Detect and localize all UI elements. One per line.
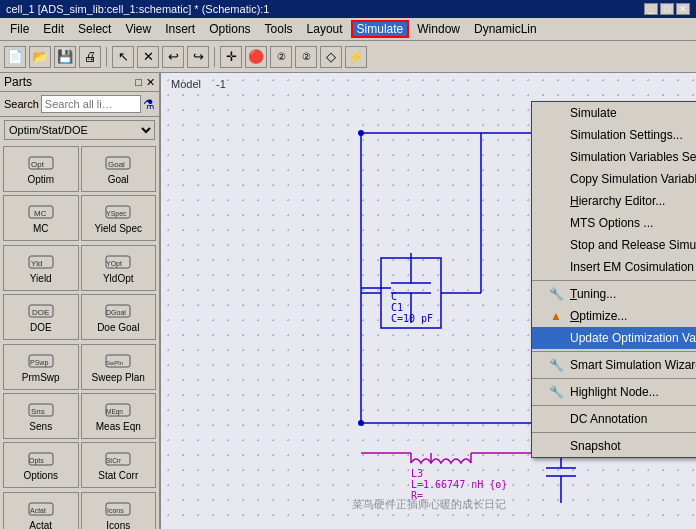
parts-title: Parts <box>4 75 32 89</box>
print-button[interactable]: 🖨 <box>79 46 101 68</box>
tools-menu[interactable]: Tools <box>259 20 299 38</box>
view-menu[interactable]: View <box>119 20 157 38</box>
svg-text:Icons: Icons <box>107 507 124 514</box>
sweep-plan-part[interactable]: SwPln Sweep Plan <box>81 344 157 390</box>
svg-point-58 <box>358 420 364 426</box>
parts-float-button[interactable]: □ <box>135 76 142 89</box>
snapshot-item[interactable]: Snapshot <box>532 435 696 457</box>
mts-options-item[interactable]: MTS Options ... <box>532 212 696 234</box>
copy-sim-vars-item[interactable]: Copy Simulation Variables... <box>532 168 696 190</box>
dynamiclin-menu[interactable]: DynamicLin <box>468 20 543 38</box>
highlight-node-item[interactable]: 🔧 Highlight Node... <box>532 381 696 403</box>
options-icon: Opts <box>27 449 55 469</box>
goal-part[interactable]: Goal Goal <box>81 146 157 192</box>
prmswp-part[interactable]: PSwp PrmSwp <box>3 344 79 390</box>
options-part[interactable]: Opts Options <box>3 442 79 488</box>
edit-menu[interactable]: Edit <box>37 20 70 38</box>
optim-part[interactable]: Opt Optim <box>3 146 79 192</box>
sim-settings-item[interactable]: Simulation Settings... <box>532 124 696 146</box>
sens-part[interactable]: Sns Sens <box>3 393 79 439</box>
optim-icon: Opt <box>27 153 55 173</box>
sim-button[interactable]: ⚡ <box>345 46 367 68</box>
parts-panel: Parts □ ✕ Search ⚗ Optim/Stat/DOE Opt <box>0 73 161 529</box>
optimize-item[interactable]: ▲ Optimize... <box>532 305 696 327</box>
parts-header-controls: □ ✕ <box>135 76 155 89</box>
sim-vars-item[interactable]: Simulation Variables Setup... <box>532 146 696 168</box>
parts-close-button[interactable]: ✕ <box>146 76 155 89</box>
options-menu[interactable]: Options <box>203 20 256 38</box>
port-button[interactable]: ② <box>295 46 317 68</box>
toolbar: 📄 📂 💾 🖨 ↖ ✕ ↩ ↪ ✛ 🔴 ② ② ◇ ⚡ <box>0 41 696 73</box>
meas-eqn-icon: MEqn <box>104 400 132 420</box>
layout-menu[interactable]: Layout <box>301 20 349 38</box>
icons-icon: Icons <box>104 499 132 519</box>
stop-release-item[interactable]: Stop and Release Simulator... <box>532 234 696 256</box>
svg-text:Yld: Yld <box>31 259 43 268</box>
icons-label: Icons <box>106 520 130 529</box>
toolbar-sep-2 <box>214 47 215 67</box>
maximize-button[interactable]: □ <box>660 3 674 15</box>
mc-part[interactable]: MC MC <box>3 195 79 241</box>
actat-label: Actat <box>29 520 52 529</box>
redo-button[interactable]: ↪ <box>187 46 209 68</box>
yldopt-part[interactable]: YOpt YldOpt <box>81 245 157 291</box>
simulate-item[interactable]: Simulate <box>532 102 696 124</box>
stat-corr-label: Stat Corr <box>98 470 138 481</box>
window-menu[interactable]: Window <box>411 20 466 38</box>
delete-button[interactable]: ✕ <box>137 46 159 68</box>
simulate-menu[interactable]: Simulate <box>351 20 410 38</box>
component-button[interactable]: 🔴 <box>245 46 267 68</box>
undo-button[interactable]: ↩ <box>162 46 184 68</box>
svg-text:PSwp: PSwp <box>30 359 48 367</box>
prmswp-icon: PSwp <box>27 351 55 371</box>
watermark: 菜鸟硬件正插师心暖的成长日记 <box>352 497 506 512</box>
doe-goal-icon: DGoal <box>104 301 132 321</box>
smart-sim-icon: 🔧 <box>548 358 564 372</box>
svg-text:Goal: Goal <box>108 160 125 169</box>
move-button[interactable]: ✛ <box>220 46 242 68</box>
wire-button[interactable]: ② <box>270 46 292 68</box>
doe-part[interactable]: DOE DOE <box>3 294 79 340</box>
svg-text:Opts: Opts <box>29 457 44 465</box>
parts-header: Parts □ ✕ <box>0 73 159 92</box>
dropdown-sep-4 <box>532 405 696 406</box>
title-bar-controls: _ □ ✕ <box>644 3 690 15</box>
hierarchy-editor-item[interactable]: Hierarchy Editor... <box>532 190 696 212</box>
search-input[interactable] <box>41 95 141 113</box>
schematic-area[interactable]: Model -1 <box>161 73 696 529</box>
tuning-icon: 🔧 <box>548 287 564 301</box>
svg-point-57 <box>358 130 364 136</box>
minimize-button[interactable]: _ <box>644 3 658 15</box>
doe-label: DOE <box>30 322 52 333</box>
yield-spec-part[interactable]: YSpec Yield Spec <box>81 195 157 241</box>
svg-text:MC: MC <box>34 209 47 218</box>
sens-icon: Sns <box>27 400 55 420</box>
dc-annotation-item[interactable]: DC Annotation <box>532 408 696 430</box>
svg-text:YOpt: YOpt <box>106 260 122 268</box>
new-button[interactable]: 📄 <box>4 46 26 68</box>
rotate-button[interactable]: ◇ <box>320 46 342 68</box>
doe-goal-part[interactable]: DGoal Doe Goal <box>81 294 157 340</box>
save-button[interactable]: 💾 <box>54 46 76 68</box>
insert-em-item[interactable]: Insert EM Cosimulation Contr <box>532 256 696 278</box>
meas-eqn-part[interactable]: MEqn Meas Eqn <box>81 393 157 439</box>
update-opt-item[interactable]: Update Optimization Values <box>532 327 696 349</box>
meas-eqn-label: Meas Eqn <box>96 421 141 432</box>
category-dropdown[interactable]: Optim/Stat/DOE <box>4 120 155 140</box>
close-button[interactable]: ✕ <box>676 3 690 15</box>
select-button[interactable]: ↖ <box>112 46 134 68</box>
open-button[interactable]: 📂 <box>29 46 51 68</box>
yield-part[interactable]: Yld Yield <box>3 245 79 291</box>
icons-part[interactable]: Icons Icons <box>81 492 157 529</box>
optim-label: Optim <box>27 174 54 185</box>
insert-menu[interactable]: Insert <box>159 20 201 38</box>
mc-label: MC <box>33 223 49 234</box>
filter-icon[interactable]: ⚗ <box>143 97 155 112</box>
select-menu[interactable]: Select <box>72 20 117 38</box>
file-menu[interactable]: File <box>4 20 35 38</box>
stat-corr-part[interactable]: StCrr Stat Corr <box>81 442 157 488</box>
smart-sim-item[interactable]: 🔧 Smart Simulation Wizard... <box>532 354 696 376</box>
svg-text:StCrr: StCrr <box>106 457 122 464</box>
actat-part[interactable]: Actat Actat <box>3 492 79 529</box>
tuning-item[interactable]: 🔧 Tuning... <box>532 283 696 305</box>
